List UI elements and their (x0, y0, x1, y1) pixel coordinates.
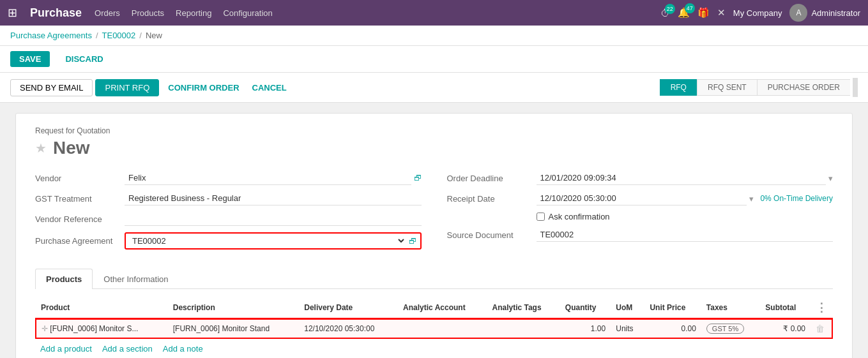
cell-description: [FURN_0006] Monitor Stand (168, 319, 300, 338)
form-title: New (53, 138, 90, 158)
order-deadline-dropdown-icon[interactable]: ▾ (828, 174, 833, 183)
cell-analytic-tags (487, 319, 560, 338)
add-row-links: Add a product Add a section Add a note (35, 339, 833, 358)
avatar: A (789, 4, 807, 22)
product-name: [FURN_0006] Monitor S... (50, 324, 138, 333)
order-deadline-row: Order Deadline ▾ (447, 171, 834, 185)
table-row[interactable]: ✛ [FURN_0006] Monitor S... [FURN_0006] M… (36, 319, 832, 338)
col-unit-price: Unit Price (644, 297, 701, 319)
vendor-external-link[interactable]: 🗗 (414, 174, 422, 183)
vendor-value-container: Felix 🗗 (125, 171, 422, 185)
favorite-icon[interactable]: ★ (35, 140, 47, 156)
tab-products[interactable]: Products (35, 269, 93, 289)
col-quantity: Quantity (560, 297, 611, 319)
user-menu[interactable]: A Administrator (789, 4, 860, 22)
left-fields: Vendor Felix 🗗 GST Treatment Registered … (35, 171, 422, 256)
clock-icon[interactable]: ⏱ 22 (660, 8, 670, 19)
topbar: ⊞ Purchase Orders Products Reporting Con… (0, 0, 868, 26)
add-section-link[interactable]: Add a section (102, 344, 153, 354)
order-deadline-input[interactable] (537, 171, 826, 185)
cancel-button[interactable]: CANCEL (246, 80, 293, 96)
status-rfq[interactable]: RFQ (660, 79, 697, 96)
status-bar: RFQ RFQ SENT PURCHASE ORDER (660, 78, 858, 97)
app-name[interactable]: Purchase (30, 6, 82, 20)
source-document-row: Source Document (447, 228, 834, 242)
products-table-container: Product Description Delivery Date Analyt… (35, 297, 833, 339)
cell-uom: Units (611, 319, 644, 338)
form-fields: Vendor Felix 🗗 GST Treatment Registered … (35, 171, 833, 256)
col-subtotal: Subtotal (760, 297, 811, 319)
col-uom: UoM (611, 297, 644, 319)
breadcrumb: Purchase Agreements / TE00002 / New (0, 26, 868, 46)
receipt-date-row: Receipt Date ▾ 0% On-Time Delivery (447, 191, 834, 205)
purchase-agreement-select[interactable]: TE00002 (130, 235, 406, 246)
breadcrumb-sep2: / (139, 31, 142, 40)
bell-icon[interactable]: 🔔 47 (678, 7, 690, 19)
tabs: Products Other Information (35, 269, 833, 289)
top-nav: Orders Products Reporting Configuration (95, 8, 648, 18)
nav-reporting[interactable]: Reporting (176, 8, 211, 18)
vendor-ref-input[interactable] (125, 212, 422, 226)
cell-unit-price: 0.00 (644, 319, 701, 338)
form-title-row: ★ New (35, 138, 833, 158)
receipt-date-dropdown-icon[interactable]: ▾ (749, 194, 754, 204)
scrollbar[interactable] (853, 78, 858, 97)
cell-quantity: 1.00 (560, 319, 611, 338)
delete-row-icon[interactable]: 🗑 (816, 324, 825, 334)
close-icon[interactable]: ✕ (717, 7, 726, 19)
status-purchase-order[interactable]: PURCHASE ORDER (757, 79, 850, 96)
order-deadline-label: Order Deadline (447, 174, 537, 183)
gst-value-container: Registered Business - Regular (125, 191, 422, 205)
company-name[interactable]: My Company (733, 8, 782, 18)
table-header-row: Product Description Delivery Date Analyt… (36, 297, 832, 319)
save-button[interactable]: SAVE (10, 51, 50, 67)
gst-select[interactable]: Registered Business - Regular (125, 191, 422, 205)
drag-handle-icon[interactable]: ✛ (42, 324, 48, 333)
receipt-date-input[interactable] (537, 191, 747, 205)
col-description: Description (168, 297, 300, 319)
purchase-agreement-row: Purchase Agreement TE00002 🗗 (35, 232, 422, 250)
ask-confirmation-checkbox[interactable] (537, 213, 545, 221)
add-note-link[interactable]: Add a note (163, 344, 203, 354)
ask-confirmation-checkbox-container: Ask confirmation (537, 212, 610, 221)
gst-badge[interactable]: GST 5% (706, 324, 744, 334)
purchase-agreement-box: TE00002 🗗 (125, 232, 422, 250)
print-rfq-button[interactable]: PRINT RFQ (95, 79, 159, 96)
user-name: Administrator (811, 8, 860, 18)
status-rfq-sent[interactable]: RFQ SENT (697, 79, 757, 96)
col-product: Product (36, 297, 168, 319)
cell-delete: 🗑 (811, 319, 832, 338)
vendor-select[interactable]: Felix (125, 171, 411, 185)
vendor-row: Vendor Felix 🗗 (35, 171, 422, 185)
cell-analytic-account (398, 319, 487, 338)
col-delivery-date: Delivery Date (299, 297, 398, 319)
gst-row: GST Treatment Registered Business - Regu… (35, 191, 422, 205)
source-document-label: Source Document (447, 230, 537, 240)
source-document-input[interactable] (537, 228, 834, 242)
vendor-ref-label: Vendor Reference (35, 214, 125, 224)
nav-products[interactable]: Products (132, 8, 164, 18)
purchase-agreement-external-link[interactable]: 🗗 (409, 237, 416, 246)
gift-icon[interactable]: 🎁 (697, 7, 710, 19)
col-analytic-account: Analytic Account (398, 297, 487, 319)
tab-other-information[interactable]: Other Information (93, 269, 179, 289)
action-bar: SAVE DISCARD (0, 46, 868, 73)
grid-icon[interactable]: ⊞ (8, 6, 17, 20)
cell-delivery-date: 12/10/2020 05:30:00 (299, 319, 398, 338)
ontime-delivery-link[interactable]: 0% On-Time Delivery (760, 194, 833, 203)
breadcrumb-sep1: / (96, 31, 98, 40)
receipt-date-label: Receipt Date (447, 194, 537, 204)
confirm-order-button[interactable]: CONFIRM ORDER (162, 80, 245, 96)
col-analytic-tags: Analytic Tags (487, 297, 560, 319)
discard-button[interactable]: DISCARD (56, 51, 112, 67)
order-deadline-value-container: ▾ (537, 171, 834, 185)
breadcrumb-te00002[interactable]: TE00002 (102, 31, 136, 40)
add-product-link[interactable]: Add a product (40, 344, 92, 354)
right-fields: Order Deadline ▾ Receipt Date ▾ 0% On-Ti… (447, 171, 834, 256)
breadcrumb-purchase-agreements[interactable]: Purchase Agreements (10, 31, 92, 40)
nav-configuration[interactable]: Configuration (223, 8, 272, 18)
column-options-icon[interactable]: ⋮ (816, 301, 827, 314)
cell-taxes: GST 5% (701, 319, 761, 338)
nav-orders[interactable]: Orders (95, 8, 120, 18)
send-email-button[interactable]: SEND BY EMAIL (10, 79, 93, 96)
